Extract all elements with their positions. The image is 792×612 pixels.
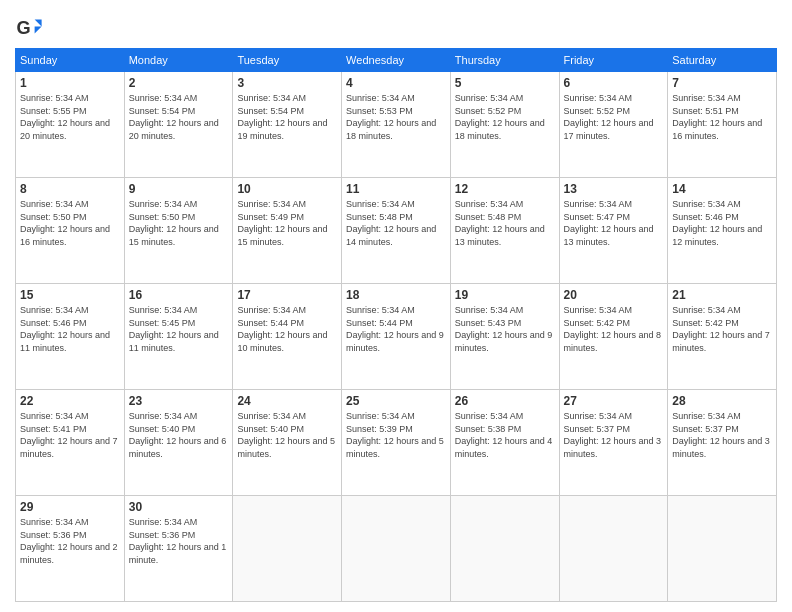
day-info: Sunrise: 5:34 AMSunset: 5:49 PMDaylight:… (237, 198, 337, 248)
logo-icon: G (15, 14, 43, 42)
day-info: Sunrise: 5:34 AMSunset: 5:36 PMDaylight:… (129, 516, 229, 566)
calendar-cell: 27Sunrise: 5:34 AMSunset: 5:37 PMDayligh… (559, 390, 668, 496)
day-info: Sunrise: 5:34 AMSunset: 5:51 PMDaylight:… (672, 92, 772, 142)
day-info: Sunrise: 5:34 AMSunset: 5:50 PMDaylight:… (20, 198, 120, 248)
calendar-cell: 11Sunrise: 5:34 AMSunset: 5:48 PMDayligh… (342, 178, 451, 284)
calendar-cell: 5Sunrise: 5:34 AMSunset: 5:52 PMDaylight… (450, 72, 559, 178)
calendar-header: SundayMondayTuesdayWednesdayThursdayFrid… (16, 49, 777, 72)
day-number: 22 (20, 393, 120, 409)
calendar-cell: 15Sunrise: 5:34 AMSunset: 5:46 PMDayligh… (16, 284, 125, 390)
calendar-cell: 26Sunrise: 5:34 AMSunset: 5:38 PMDayligh… (450, 390, 559, 496)
header: G (15, 10, 777, 42)
calendar-cell: 2Sunrise: 5:34 AMSunset: 5:54 PMDaylight… (124, 72, 233, 178)
day-number: 28 (672, 393, 772, 409)
header-day-tuesday: Tuesday (233, 49, 342, 72)
day-info: Sunrise: 5:34 AMSunset: 5:37 PMDaylight:… (672, 410, 772, 460)
day-number: 15 (20, 287, 120, 303)
day-number: 20 (564, 287, 664, 303)
calendar-cell: 18Sunrise: 5:34 AMSunset: 5:44 PMDayligh… (342, 284, 451, 390)
day-number: 3 (237, 75, 337, 91)
day-number: 14 (672, 181, 772, 197)
calendar-cell: 1Sunrise: 5:34 AMSunset: 5:55 PMDaylight… (16, 72, 125, 178)
day-info: Sunrise: 5:34 AMSunset: 5:43 PMDaylight:… (455, 304, 555, 354)
day-info: Sunrise: 5:34 AMSunset: 5:40 PMDaylight:… (129, 410, 229, 460)
svg-marker-1 (35, 20, 42, 27)
day-number: 2 (129, 75, 229, 91)
day-info: Sunrise: 5:34 AMSunset: 5:42 PMDaylight:… (672, 304, 772, 354)
day-number: 11 (346, 181, 446, 197)
calendar-cell (668, 496, 777, 602)
day-number: 1 (20, 75, 120, 91)
calendar-cell (559, 496, 668, 602)
day-number: 6 (564, 75, 664, 91)
header-row: SundayMondayTuesdayWednesdayThursdayFrid… (16, 49, 777, 72)
calendar-cell: 29Sunrise: 5:34 AMSunset: 5:36 PMDayligh… (16, 496, 125, 602)
calendar-cell: 21Sunrise: 5:34 AMSunset: 5:42 PMDayligh… (668, 284, 777, 390)
header-day-thursday: Thursday (450, 49, 559, 72)
day-info: Sunrise: 5:34 AMSunset: 5:48 PMDaylight:… (346, 198, 446, 248)
header-day-monday: Monday (124, 49, 233, 72)
day-info: Sunrise: 5:34 AMSunset: 5:45 PMDaylight:… (129, 304, 229, 354)
calendar-row-4: 22Sunrise: 5:34 AMSunset: 5:41 PMDayligh… (16, 390, 777, 496)
calendar-cell (450, 496, 559, 602)
calendar-cell (342, 496, 451, 602)
page: G SundayMondayTuesdayWednesdayThursdayFr… (0, 0, 792, 612)
day-info: Sunrise: 5:34 AMSunset: 5:41 PMDaylight:… (20, 410, 120, 460)
calendar-cell: 7Sunrise: 5:34 AMSunset: 5:51 PMDaylight… (668, 72, 777, 178)
day-info: Sunrise: 5:34 AMSunset: 5:50 PMDaylight:… (129, 198, 229, 248)
calendar-cell: 3Sunrise: 5:34 AMSunset: 5:54 PMDaylight… (233, 72, 342, 178)
calendar-cell: 22Sunrise: 5:34 AMSunset: 5:41 PMDayligh… (16, 390, 125, 496)
calendar-cell: 17Sunrise: 5:34 AMSunset: 5:44 PMDayligh… (233, 284, 342, 390)
calendar-cell: 28Sunrise: 5:34 AMSunset: 5:37 PMDayligh… (668, 390, 777, 496)
calendar-row-1: 1Sunrise: 5:34 AMSunset: 5:55 PMDaylight… (16, 72, 777, 178)
calendar-cell: 30Sunrise: 5:34 AMSunset: 5:36 PMDayligh… (124, 496, 233, 602)
day-info: Sunrise: 5:34 AMSunset: 5:37 PMDaylight:… (564, 410, 664, 460)
day-info: Sunrise: 5:34 AMSunset: 5:40 PMDaylight:… (237, 410, 337, 460)
calendar-cell: 19Sunrise: 5:34 AMSunset: 5:43 PMDayligh… (450, 284, 559, 390)
day-number: 5 (455, 75, 555, 91)
calendar-cell: 4Sunrise: 5:34 AMSunset: 5:53 PMDaylight… (342, 72, 451, 178)
calendar-row-2: 8Sunrise: 5:34 AMSunset: 5:50 PMDaylight… (16, 178, 777, 284)
day-number: 9 (129, 181, 229, 197)
day-number: 13 (564, 181, 664, 197)
day-number: 16 (129, 287, 229, 303)
calendar-cell: 16Sunrise: 5:34 AMSunset: 5:45 PMDayligh… (124, 284, 233, 390)
day-number: 17 (237, 287, 337, 303)
day-number: 23 (129, 393, 229, 409)
day-number: 30 (129, 499, 229, 515)
calendar-cell: 23Sunrise: 5:34 AMSunset: 5:40 PMDayligh… (124, 390, 233, 496)
day-info: Sunrise: 5:34 AMSunset: 5:36 PMDaylight:… (20, 516, 120, 566)
day-info: Sunrise: 5:34 AMSunset: 5:42 PMDaylight:… (564, 304, 664, 354)
calendar-cell: 8Sunrise: 5:34 AMSunset: 5:50 PMDaylight… (16, 178, 125, 284)
day-info: Sunrise: 5:34 AMSunset: 5:54 PMDaylight:… (237, 92, 337, 142)
calendar-table: SundayMondayTuesdayWednesdayThursdayFrid… (15, 48, 777, 602)
day-number: 7 (672, 75, 772, 91)
day-info: Sunrise: 5:34 AMSunset: 5:46 PMDaylight:… (672, 198, 772, 248)
svg-text:G: G (16, 18, 30, 38)
header-day-friday: Friday (559, 49, 668, 72)
day-info: Sunrise: 5:34 AMSunset: 5:53 PMDaylight:… (346, 92, 446, 142)
day-info: Sunrise: 5:34 AMSunset: 5:39 PMDaylight:… (346, 410, 446, 460)
calendar-cell: 14Sunrise: 5:34 AMSunset: 5:46 PMDayligh… (668, 178, 777, 284)
day-info: Sunrise: 5:34 AMSunset: 5:44 PMDaylight:… (237, 304, 337, 354)
day-info: Sunrise: 5:34 AMSunset: 5:46 PMDaylight:… (20, 304, 120, 354)
header-day-sunday: Sunday (16, 49, 125, 72)
day-info: Sunrise: 5:34 AMSunset: 5:44 PMDaylight:… (346, 304, 446, 354)
day-info: Sunrise: 5:34 AMSunset: 5:52 PMDaylight:… (564, 92, 664, 142)
day-number: 18 (346, 287, 446, 303)
calendar-cell: 12Sunrise: 5:34 AMSunset: 5:48 PMDayligh… (450, 178, 559, 284)
calendar-cell: 24Sunrise: 5:34 AMSunset: 5:40 PMDayligh… (233, 390, 342, 496)
day-number: 27 (564, 393, 664, 409)
day-info: Sunrise: 5:34 AMSunset: 5:38 PMDaylight:… (455, 410, 555, 460)
day-number: 26 (455, 393, 555, 409)
day-info: Sunrise: 5:34 AMSunset: 5:54 PMDaylight:… (129, 92, 229, 142)
calendar-cell: 6Sunrise: 5:34 AMSunset: 5:52 PMDaylight… (559, 72, 668, 178)
calendar-cell: 13Sunrise: 5:34 AMSunset: 5:47 PMDayligh… (559, 178, 668, 284)
header-day-saturday: Saturday (668, 49, 777, 72)
day-info: Sunrise: 5:34 AMSunset: 5:48 PMDaylight:… (455, 198, 555, 248)
calendar-cell: 25Sunrise: 5:34 AMSunset: 5:39 PMDayligh… (342, 390, 451, 496)
day-number: 21 (672, 287, 772, 303)
header-day-wednesday: Wednesday (342, 49, 451, 72)
svg-marker-2 (35, 27, 42, 34)
calendar-row-3: 15Sunrise: 5:34 AMSunset: 5:46 PMDayligh… (16, 284, 777, 390)
